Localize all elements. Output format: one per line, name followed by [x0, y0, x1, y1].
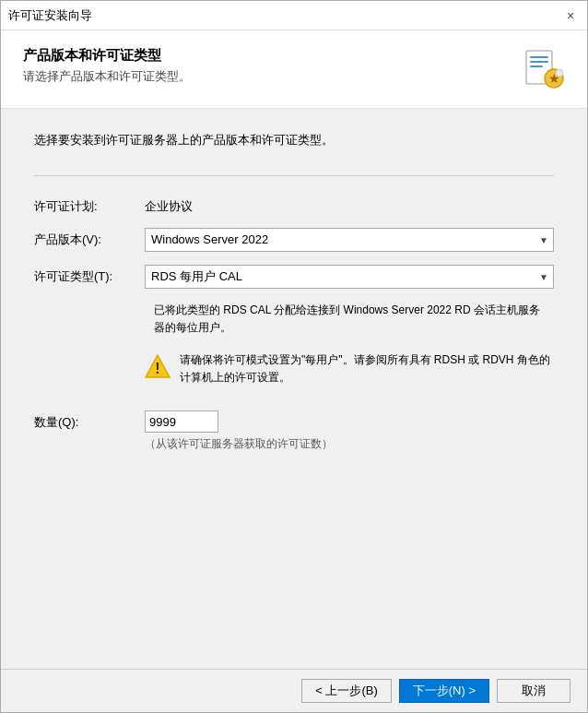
cancel-button[interactable]: 取消 — [497, 679, 570, 703]
license-program-value: 企业协议 — [145, 195, 554, 215]
warning-icon: ! — [145, 353, 171, 379]
warning-box: ! 请确保将许可模式设置为"每用户"。请参阅所有具有 RDSH 或 RDVH 角… — [145, 351, 554, 386]
next-button[interactable]: 下一步(N) > — [399, 679, 489, 703]
quantity-hint: （从该许可证服务器获取的许可证数） — [145, 436, 333, 452]
separator — [34, 175, 554, 176]
warning-text: 请确保将许可模式设置为"每用户"。请参阅所有具有 RDSH 或 RDVH 角色的… — [180, 351, 554, 386]
license-type-info: 已将此类型的 RDS CAL 分配给连接到 Windows Server 202… — [145, 294, 554, 344]
license-program-row: 许可证计划: 企业协议 — [34, 195, 554, 215]
license-type-label: 许可证类型(T): — [34, 265, 145, 285]
license-program-label: 许可证计划: — [34, 195, 145, 215]
header-section: 产品版本和许可证类型 请选择产品版本和许可证类型。 ★ — [1, 30, 587, 109]
license-type-select[interactable]: RDS 每用户 CAL RDS 每设备 CAL — [145, 265, 554, 289]
close-button[interactable]: × — [561, 6, 580, 25]
content-area: 选择要安装到许可证服务器上的产品版本和许可证类型。 许可证计划: 企业协议 产品… — [1, 109, 587, 669]
product-version-label: 产品版本(V): — [34, 228, 145, 248]
quantity-row: 数量(Q): （从该许可证服务器获取的许可证数） — [34, 410, 554, 452]
license-type-select-wrapper: RDS 每用户 CAL RDS 每设备 CAL ▼ — [145, 265, 554, 289]
dialog-window: 许可证安装向导 × 产品版本和许可证类型 请选择产品版本和许可证类型。 ★ 选择… — [0, 0, 588, 713]
svg-rect-2 — [530, 61, 548, 63]
license-type-row: 许可证类型(T): RDS 每用户 CAL RDS 每设备 CAL ▼ 已将此类… — [34, 265, 554, 395]
quantity-label: 数量(Q): — [34, 410, 145, 431]
svg-rect-1 — [530, 56, 548, 58]
dialog-title: 许可证安装向导 — [8, 7, 92, 24]
svg-text:!: ! — [155, 361, 159, 376]
title-bar: 许可证安装向导 × — [1, 1, 587, 30]
product-version-select[interactable]: Windows Server 2022 Windows Server 2019 … — [145, 228, 554, 252]
back-button[interactable]: < 上一步(B) — [301, 679, 392, 703]
svg-rect-3 — [530, 65, 543, 67]
dialog-footer: < 上一步(B) 下一步(N) > 取消 — [1, 669, 587, 712]
page-title: 产品版本和许可证类型 — [23, 47, 191, 65]
product-version-row: 产品版本(V): Windows Server 2022 Windows Ser… — [34, 228, 554, 252]
page-subtitle: 请选择产品版本和许可证类型。 — [23, 68, 191, 85]
description-text: 选择要安装到许可证服务器上的产品版本和许可证类型。 — [34, 131, 554, 149]
svg-point-6 — [556, 69, 563, 77]
quantity-input[interactable] — [145, 410, 218, 433]
wizard-icon: ★ — [521, 47, 565, 91]
product-version-select-wrapper: Windows Server 2022 Windows Server 2019 … — [145, 228, 554, 252]
